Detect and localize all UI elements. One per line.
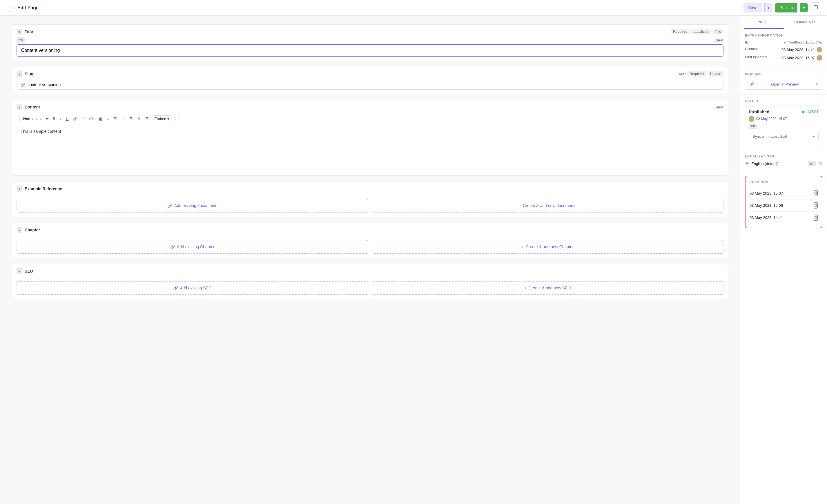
text-style-select[interactable]: Normal text <box>19 115 50 122</box>
main-content: ▾ Title Required Localized Title en Clea… <box>0 16 740 504</box>
add-existing-documents-button[interactable]: 🔗 Add existing documents <box>16 199 368 212</box>
preview-section-title: PREVIEW <box>745 72 822 76</box>
version-date-2: 03 May 2023, 14:41 <box>749 215 783 220</box>
versions-section: VERSIONS 03 May 2023, 15:07 ⧉ 03 May 202… <box>745 176 822 228</box>
title-clear-button[interactable]: Clear <box>715 38 724 42</box>
seo-field-header: ▾ SEO <box>12 264 728 277</box>
chevron-down-icon: ▾ <box>816 82 818 87</box>
slug-input[interactable] <box>28 82 720 87</box>
localizations-section: LOCALIZATIONS 👁 English (default) en 🗑 <box>740 150 827 171</box>
last-updated-value: 03 May 2023, 15:07 <box>781 55 822 61</box>
outdent-button[interactable]: ↦ <box>120 115 127 122</box>
topbar: ‹ Edit Page ··· Save ▾ Publish ▾ <box>0 0 827 16</box>
fullscreen-button[interactable]: ⛶ <box>173 115 180 122</box>
underline-button[interactable]: U <box>64 115 70 122</box>
link-icon: 🔗 <box>170 245 175 249</box>
locale-label: English (default) <box>751 161 805 166</box>
stage-avatar <box>749 116 755 122</box>
editor-content: This is sample content <box>20 129 61 134</box>
sync-with-draft-button[interactable]: Sync with latest draft ▾ <box>749 132 819 141</box>
content-clear-button[interactable]: Clear <box>715 105 724 109</box>
seo-field-label: SEO <box>25 269 724 273</box>
image-button[interactable]: ▣ <box>97 115 104 122</box>
tab-info[interactable]: INFO <box>740 16 784 29</box>
save-button[interactable]: Save <box>743 3 762 12</box>
chapter-collapse-button[interactable]: ▾ <box>16 227 22 233</box>
view-button[interactable] <box>810 2 821 13</box>
version-restore-button-0[interactable]: ⧉ <box>814 190 818 196</box>
version-row-0: 03 May 2023, 15:07 ⧉ <box>749 187 818 200</box>
slug-clear-button[interactable]: Clear <box>677 72 685 76</box>
title-field-label: Title <box>25 29 668 34</box>
preview-section: PREVIEW 🔗 Open in Preview ▾ <box>740 68 827 95</box>
created-label: Created <box>745 47 758 52</box>
italic-button[interactable]: I <box>58 115 63 122</box>
slug-field-label: Slug <box>25 71 674 76</box>
pencil-button[interactable]: ✎ <box>136 115 142 122</box>
create-new-documents-button[interactable]: + Create & add new documents <box>372 199 724 212</box>
stage-header: Published LATEST <box>749 109 819 114</box>
title-collapse-button[interactable]: ▾ <box>16 29 22 35</box>
more-button[interactable]: ··· <box>42 5 48 11</box>
lang-row: en Clear <box>16 37 724 43</box>
last-updated-row: Last updated 03 May 2023, 15:07 <box>745 55 822 61</box>
add-existing-chapter-button[interactable]: 🔗 Add existing Chapter <box>16 240 368 254</box>
tab-comments[interactable]: COMMENTS <box>784 16 827 29</box>
embed-dropdown[interactable]: Embed ▾ <box>152 115 172 122</box>
chevron-down-icon: ▾ <box>813 134 815 139</box>
example-reference-body: 🔗 Add existing documents + Create & add … <box>12 195 728 217</box>
localizations-section-title: LOCALIZATIONS <box>745 155 822 158</box>
code-button[interactable]: </> <box>87 115 96 122</box>
version-date-0: 03 May 2023, 15:07 <box>749 191 783 195</box>
stage-lang: en <box>749 123 757 129</box>
quote-button[interactable]: “ <box>81 115 85 122</box>
slug-wrapper: 🔗 <box>16 80 724 90</box>
add-existing-seo-button[interactable]: 🔗 Add existing SEO <box>16 281 368 295</box>
content-field-label: Content <box>25 105 712 109</box>
eye-icon: 👁 <box>745 161 749 166</box>
create-new-seo-button[interactable]: + Create & add new SEO <box>372 281 724 295</box>
create-new-chapter-button[interactable]: + Create & add new Chapter <box>372 240 724 254</box>
publish-dropdown-button[interactable]: ▾ <box>800 3 808 12</box>
slug-field-body: 🔗 <box>12 80 728 94</box>
ordered-list-button[interactable]: ☷ <box>112 115 118 122</box>
locale-row: 👁 English (default) en 🗑 <box>745 161 822 166</box>
slug-field-badges: Clear Required Unique <box>677 71 724 77</box>
entry-information-section: ENTRY INFORMATION ID clh7otklf9sgv0bkgqi… <box>740 29 827 68</box>
example-reference-field-label: Example Reference <box>25 187 724 191</box>
plus-icon: + <box>522 245 524 249</box>
publish-button[interactable]: Publish <box>775 3 797 12</box>
locale-delete-button[interactable]: 🗑 <box>818 161 822 166</box>
title-field-badges: Required Localized Title <box>671 29 724 34</box>
avatar <box>817 47 822 52</box>
sidebar: » INFO COMMENTS ENTRY INFORMATION ID clh… <box>740 16 827 504</box>
seo-field-section: ▾ SEO 🔗 Add existing SEO + Create & add … <box>12 264 728 299</box>
created-row: Created 03 May 2023, 14:41 <box>745 47 822 52</box>
example-reference-collapse-button[interactable]: ▾ <box>16 186 22 192</box>
version-restore-button-2[interactable]: ⧉ <box>814 215 818 221</box>
slug-collapse-button[interactable]: ▾ <box>16 71 22 77</box>
save-dropdown-button[interactable]: ▾ <box>764 3 773 12</box>
link-icon: 🔗 <box>173 286 178 290</box>
version-restore-button-1[interactable]: ⧉ <box>814 202 818 208</box>
content-field-header: ▾ Content Clear <box>12 100 728 113</box>
seo-collapse-button[interactable]: ▾ <box>16 268 22 274</box>
avatar-updated <box>817 55 822 61</box>
editor-body[interactable]: This is sample content <box>16 125 724 171</box>
link-button[interactable]: 🔗 <box>71 115 80 122</box>
chapter-body: 🔗 Add existing Chapter + Create & add ne… <box>12 236 728 258</box>
content-collapse-button[interactable]: ▾ <box>16 104 22 110</box>
entry-information-title: ENTRY INFORMATION <box>745 34 822 37</box>
title-input[interactable] <box>16 44 724 57</box>
content-field-body: Normal text B I U 🔗 “ </> ▣ ≡ ☷ ↦ ☵ ✎ ☷ <box>12 113 728 175</box>
layout: ▾ Title Required Localized Title en Clea… <box>0 16 827 504</box>
seo-actions: 🔗 Add existing SEO + Create & add new SE… <box>16 281 724 295</box>
bullet-list-button[interactable]: ≡ <box>105 115 111 122</box>
table-button[interactable]: ☵ <box>128 115 135 122</box>
slug-unique-badge: Unique <box>708 71 724 77</box>
grid-button[interactable]: ☷ <box>144 115 150 122</box>
back-button[interactable]: ‹ <box>6 4 14 12</box>
bold-button[interactable]: B <box>51 115 57 122</box>
open-in-preview-button[interactable]: 🔗 Open in Preview ▾ <box>745 79 822 90</box>
last-updated-label: Last updated <box>745 55 767 61</box>
